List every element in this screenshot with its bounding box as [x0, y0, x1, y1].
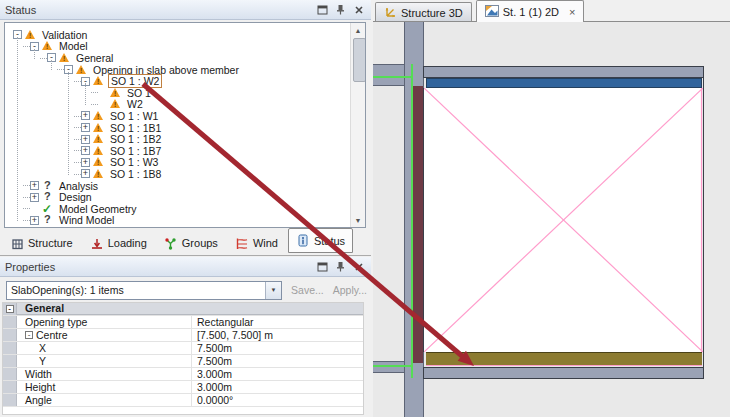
tree-item[interactable]: -!General: [5, 52, 350, 64]
expand-icon[interactable]: +: [81, 169, 90, 178]
warning-icon: !: [42, 41, 54, 51]
scrollbar-thumb[interactable]: [353, 38, 366, 82]
property-value[interactable]: 0.0000°: [191, 394, 363, 406]
tab-loading[interactable]: Loading: [83, 233, 154, 253]
drawing-canvas[interactable]: [373, 21, 730, 417]
expand-icon[interactable]: +: [30, 193, 39, 202]
wall-w2-highlighted[interactable]: [413, 86, 423, 363]
slab-opening-region[interactable]: [423, 88, 702, 352]
tree-item[interactable]: -!Opening in slab above member: [5, 64, 350, 76]
tree-item[interactable]: +!SO 1 : W1: [5, 110, 350, 122]
property-row[interactable]: -Centre[7.500, 7.500] m: [3, 329, 363, 342]
axis-line-bottom: [373, 365, 413, 367]
property-value[interactable]: 3.000m: [191, 368, 363, 380]
expand-icon[interactable]: +: [81, 158, 90, 167]
tree-item[interactable]: +!SO 1 : 1B7: [5, 145, 350, 157]
tree-item[interactable]: +!SO 1 : W3: [5, 157, 350, 169]
pin-icon[interactable]: [333, 260, 348, 274]
tree-item[interactable]: +!SO 1 : 1B8: [5, 168, 350, 180]
tree-scrollbar[interactable]: ▲ ▼: [350, 23, 365, 227]
warning-icon: !: [93, 76, 105, 86]
property-value[interactable]: [7.500, 7.500] m: [191, 329, 363, 341]
slab-edge-top[interactable]: [423, 66, 704, 78]
tree-item-label: Validation: [40, 29, 89, 41]
beam-top-blue[interactable]: [426, 78, 702, 88]
chevron-down-icon[interactable]: ▼: [265, 282, 281, 299]
scroll-down-icon[interactable]: ▼: [351, 213, 365, 227]
expand-icon[interactable]: +: [30, 216, 39, 225]
tree-item[interactable]: -!Model: [5, 41, 350, 53]
tab-groups[interactable]: Groups: [157, 233, 225, 253]
tab-close-icon[interactable]: ×: [569, 6, 575, 18]
tree-item[interactable]: +?Design: [5, 191, 350, 203]
tree-item-label: W2: [125, 98, 145, 110]
expand-icon[interactable]: +: [81, 123, 90, 132]
properties-panel-titlebar: Properties: [0, 257, 371, 277]
tree-item[interactable]: +!SO 1 : 1B2: [5, 133, 350, 145]
property-row[interactable]: Opening typeRectangular: [3, 316, 363, 329]
expand-icon[interactable]: +: [81, 135, 90, 144]
property-label: Width: [25, 368, 52, 381]
tree-item-label: SO 1 : 1B2: [108, 133, 163, 145]
property-row[interactable]: Width3.000m: [3, 368, 363, 381]
group-gutter: -: [3, 303, 17, 315]
tree-item[interactable]: +!SO 1 : 1B1: [5, 122, 350, 134]
property-value[interactable]: Rectangular: [191, 316, 363, 328]
scroll-up-icon[interactable]: ▲: [351, 23, 365, 37]
slab-outline-right: [703, 66, 704, 379]
tab-label: Structure 3D: [401, 7, 463, 19]
property-group-row[interactable]: - General: [3, 303, 363, 316]
maximize-icon[interactable]: [315, 260, 330, 274]
save-button[interactable]: Save...: [291, 284, 324, 296]
property-row[interactable]: Angle0.0000°: [3, 394, 363, 407]
close-icon[interactable]: [351, 260, 366, 274]
warning-icon: !: [93, 169, 105, 179]
row-gutter: [3, 381, 17, 393]
tree-item[interactable]: !W2: [5, 99, 350, 111]
collapse-icon[interactable]: -: [6, 305, 14, 313]
wind-icon: [235, 237, 249, 250]
beam-bottom-olive[interactable]: [426, 352, 702, 366]
property-row[interactable]: Height3.000m: [3, 381, 363, 394]
tab-label: Structure: [28, 237, 73, 249]
property-value[interactable]: 3.000m: [191, 381, 363, 393]
status-panel-titlebar: Status: [0, 0, 371, 20]
tab-status[interactable]: Status: [288, 228, 353, 253]
expand-icon[interactable]: +: [30, 181, 39, 190]
tree-item[interactable]: +?Wind Model: [5, 215, 350, 227]
tree-item[interactable]: !SO 1: [5, 87, 350, 99]
expand-icon[interactable]: +: [81, 111, 90, 120]
property-row[interactable]: X7.500m: [3, 342, 363, 355]
maximize-icon[interactable]: [315, 3, 330, 17]
tab-wind[interactable]: Wind: [228, 233, 285, 253]
warning-icon: !: [93, 111, 105, 121]
wall-bottom-left[interactable]: [373, 361, 404, 373]
expand-icon[interactable]: +: [81, 146, 90, 155]
property-value[interactable]: 7.500m: [191, 355, 363, 367]
pin-icon[interactable]: [333, 3, 348, 17]
selection-dropdown-value: SlabOpening(s): 1 items: [7, 284, 265, 296]
close-icon[interactable]: [351, 3, 366, 17]
tab-label: Loading: [108, 237, 147, 249]
tree-item-label: SO 1: [125, 87, 153, 99]
tree-item[interactable]: -!Validation: [5, 29, 350, 41]
tree-item[interactable]: +?Analysis: [5, 180, 350, 192]
property-value[interactable]: 7.500m: [191, 342, 363, 354]
loading-icon: [90, 237, 104, 250]
properties-panel-title: Properties: [5, 261, 312, 273]
tab-structure[interactable]: Structure: [3, 233, 80, 253]
tab-structure-3d[interactable]: Structure 3D: [375, 2, 472, 22]
viewport-area: Structure 3D St. 1 (1) 2D ×: [373, 0, 730, 417]
property-row[interactable]: Y7.500m: [3, 355, 363, 368]
tree-item[interactable]: -!SO 1 : W2: [5, 75, 350, 87]
collapse-icon[interactable]: -: [25, 331, 33, 339]
tree-item[interactable]: ✓Model Geometry: [5, 203, 350, 215]
selection-dropdown[interactable]: SlabOpening(s): 1 items ▼: [6, 281, 282, 300]
warning-icon: !: [93, 157, 105, 167]
tree-item-label: SO 1 : W1: [108, 110, 160, 122]
tab-st-1-2d[interactable]: St. 1 (1) 2D ×: [476, 0, 585, 22]
slab-edge-bottom[interactable]: [423, 367, 704, 379]
property-rows: Opening typeRectangular-Centre[7.500, 7.…: [3, 316, 363, 407]
apply-button[interactable]: Apply...: [333, 284, 367, 296]
wall-top-left[interactable]: [373, 64, 404, 86]
